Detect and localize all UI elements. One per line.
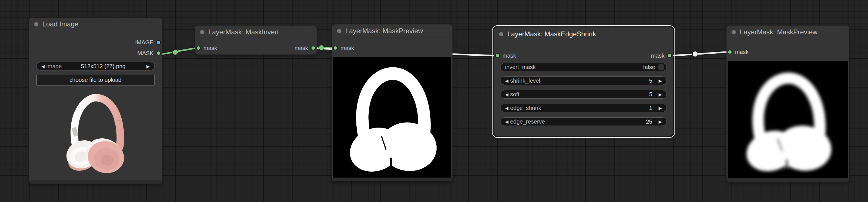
toggle-knob[interactable] [658,64,664,70]
widget-label: edge_reserve [510,119,545,125]
node-title-bar[interactable]: LayerMask: MaskInvert [195,26,317,39]
node-title-bar[interactable]: Load Image [29,18,162,31]
decrement-icon[interactable]: ◀ [503,92,510,97]
node-title: LayerMask: MaskInvert [208,28,279,36]
collapse-dot[interactable] [499,32,503,36]
node-footer [29,180,162,184]
upload-button[interactable]: choose file to upload [36,74,155,86]
mask-port-icon[interactable] [311,46,315,50]
input-label: mask [340,45,354,52]
input-slot-mask[interactable]: mask [495,50,516,61]
combo-prev-icon[interactable]: ◀ [39,64,46,68]
collapse-dot[interactable] [200,30,204,34]
widget-value: 5 [649,91,652,98]
node-footer [726,178,849,182]
loaded-image-preview [29,89,162,175]
combo-label: image [46,63,62,70]
node-title-bar[interactable]: LayerMask: MaskPreview [332,25,453,38]
node-mask-edge-shrink[interactable]: LayerMask: MaskEdgeShrink mask mask inve… [494,27,673,136]
node-title: LayerMask: MaskPreview [345,27,423,35]
widget-soft[interactable]: ◀ soft 5 ▶ [500,90,667,99]
node-graph-canvas[interactable]: Load Image IMAGE MASK ◀ image 512x512 (2… [0,0,868,202]
input-label: mask [204,45,217,52]
collapse-dot[interactable] [34,22,38,26]
widget-value: 25 [646,119,652,125]
decrement-icon[interactable]: ◀ [503,120,510,124]
increment-icon[interactable]: ▶ [657,92,664,97]
widget-invert-mask[interactable]: invert_mask false [500,63,667,71]
input-label: mask [735,49,749,56]
mask-silhouette [333,57,451,178]
mask-port-icon[interactable] [668,54,672,58]
image-port-icon[interactable] [156,40,161,44]
output-slot-image[interactable]: IMAGE [135,37,161,48]
output-slot-mask[interactable]: mask [294,43,315,54]
image-combo-widget[interactable]: ◀ image 512x512 (27).png ▶ [36,62,155,70]
widget-value: 5 [649,77,652,84]
mask-silhouette-soft [727,61,848,178]
node-mask-preview-2[interactable]: LayerMask: MaskPreview mask [726,26,849,182]
widget-edge-reserve[interactable]: ◀ edge_reserve 25 ▶ [500,117,667,126]
node-load-image[interactable]: Load Image IMAGE MASK ◀ image 512x512 (2… [29,18,162,184]
node-title: LayerMask: MaskEdgeShrink [507,30,596,38]
widget-edge-shrink[interactable]: ◀ edge_shrink 1 ▶ [500,104,667,112]
increment-icon[interactable]: ▶ [657,106,664,110]
widget-value: false [643,64,655,70]
mask-port-icon[interactable] [495,54,500,58]
widget-label: invert_mask [505,64,536,70]
output-label: MASK [137,50,153,57]
input-slot-mask[interactable]: mask [727,46,749,57]
reroute-dot[interactable] [173,50,178,55]
widget-label: soft [510,91,519,98]
headphones-photo [52,89,140,175]
widget-shrink-level[interactable]: ◀ shrink_level 5 ▶ [500,76,667,85]
mask-port-icon[interactable] [727,50,732,54]
node-mask-invert[interactable]: LayerMask: MaskInvert mask mask [195,26,317,55]
output-label: IMAGE [135,39,153,46]
link-mask-loadimage-to-maskinvert[interactable] [159,48,199,55]
collapse-dot[interactable] [337,29,341,33]
node-mask-preview-1[interactable]: LayerMask: MaskPreview mask [332,25,453,181]
mask-port-icon[interactable] [196,46,200,50]
input-slot-mask[interactable]: mask [333,43,354,54]
mask-port-icon[interactable] [333,46,338,50]
node-footer [332,177,453,181]
combo-value: 512x512 (27).png [62,63,145,70]
reroute-dot-highlighted[interactable] [692,51,698,57]
widget-label: shrink_level [510,77,540,84]
collapse-dot[interactable] [732,30,736,34]
mask-port-icon[interactable] [156,51,161,56]
input-label: mask [502,53,516,59]
node-title-bar[interactable]: LayerMask: MaskEdgeShrink [494,27,673,41]
widget-label: edge_shrink [510,105,541,111]
combo-next-icon[interactable]: ▶ [145,64,152,68]
increment-icon[interactable]: ▶ [657,120,664,124]
increment-icon[interactable]: ▶ [657,79,664,83]
output-label: mask [651,53,664,59]
input-slot-mask[interactable]: mask [196,43,217,54]
output-slot-mask[interactable]: MASK [137,48,161,59]
widget-value: 1 [649,105,652,111]
mask-preview-image [727,61,848,178]
output-slot-mask[interactable]: mask [651,50,672,61]
node-title: Load Image [42,20,79,28]
decrement-icon[interactable]: ◀ [503,79,510,83]
node-title: LayerMask: MaskPreview [740,28,817,36]
mask-preview-image [333,57,451,178]
output-label: mask [294,45,308,52]
node-title-bar[interactable]: LayerMask: MaskPreview [726,26,849,39]
reroute-dot[interactable] [319,45,324,50]
decrement-icon[interactable]: ◀ [503,106,510,110]
